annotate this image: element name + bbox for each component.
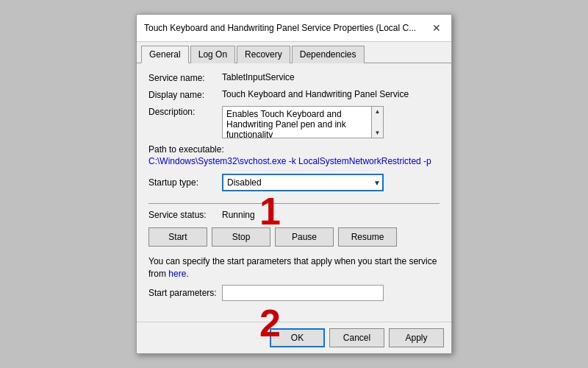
display-name-label: Display name: <box>148 89 222 100</box>
params-hint: You can specify the start parameters tha… <box>148 255 440 280</box>
service-name-value: TabletInputService <box>222 72 295 82</box>
params-row: Start parameters: <box>148 285 440 301</box>
service-buttons: Start Stop Pause Resume <box>148 227 440 247</box>
title-bar: Touch Keyboard and Handwriting Panel Ser… <box>137 15 451 42</box>
resume-button[interactable]: Resume <box>338 227 397 247</box>
description-box: Enables Touch Keyboard and Handwriting P… <box>222 106 384 138</box>
pause-button[interactable]: Pause <box>275 227 334 247</box>
tab-recovery[interactable]: Recovery <box>237 46 290 63</box>
scroll-up-arrow[interactable]: ▲ <box>372 107 383 116</box>
footer-buttons: OK Cancel Apply <box>137 322 451 353</box>
service-status-label: Service status: <box>148 210 222 220</box>
tabs-container: General Log On Recovery Dependencies <box>137 42 451 63</box>
start-button[interactable]: Start <box>148 227 207 247</box>
cancel-button[interactable]: Cancel <box>329 328 384 347</box>
content-area: Service name: TabletInputService Display… <box>137 63 451 319</box>
description-scrollbar[interactable]: ▲ ▼ <box>371 107 383 138</box>
path-value: C:\Windows\System32\svchost.exe -k Local… <box>148 156 440 166</box>
service-name-label: Service name: <box>148 72 222 83</box>
tab-logon[interactable]: Log On <box>190 46 235 63</box>
stop-button[interactable]: Stop <box>212 227 270 247</box>
divider-1 <box>148 203 440 204</box>
display-name-value: Touch Keyboard and Handwriting Panel Ser… <box>222 89 409 99</box>
ok-button[interactable]: OK <box>270 328 325 347</box>
dialog: Touch Keyboard and Handwriting Panel Ser… <box>136 14 452 354</box>
startup-select-wrapper: Disabled Manual Automatic Automatic (Del… <box>222 174 384 191</box>
startup-row: Startup type: Disabled Manual Automatic … <box>148 174 440 191</box>
startup-label: Startup type: <box>148 177 222 188</box>
path-label: Path to executable: <box>148 144 440 155</box>
description-row: Description: Enables Touch Keyboard and … <box>148 106 440 138</box>
tab-dependencies[interactable]: Dependencies <box>292 46 365 63</box>
service-status-value: Running <box>222 210 255 220</box>
params-label: Start parameters: <box>148 288 222 298</box>
tab-general[interactable]: General <box>141 46 189 63</box>
description-label: Description: <box>148 106 222 117</box>
description-value: Enables Touch Keyboard and Handwriting P… <box>226 109 346 138</box>
path-section: Path to executable: C:\Windows\System32\… <box>148 144 440 166</box>
service-status-row: Service status: Running <box>148 210 440 220</box>
window-title: Touch Keyboard and Handwriting Panel Ser… <box>144 23 416 33</box>
display-name-row: Display name: Touch Keyboard and Handwri… <box>148 89 440 100</box>
startup-select[interactable]: Disabled Manual Automatic Automatic (Del… <box>222 174 384 191</box>
params-input[interactable] <box>222 285 384 301</box>
service-name-row: Service name: TabletInputService <box>148 72 440 83</box>
apply-button[interactable]: Apply <box>389 328 444 347</box>
close-button[interactable]: ✕ <box>429 21 444 35</box>
params-hint-link[interactable]: here <box>168 269 186 279</box>
scroll-down-arrow[interactable]: ▼ <box>372 128 383 138</box>
